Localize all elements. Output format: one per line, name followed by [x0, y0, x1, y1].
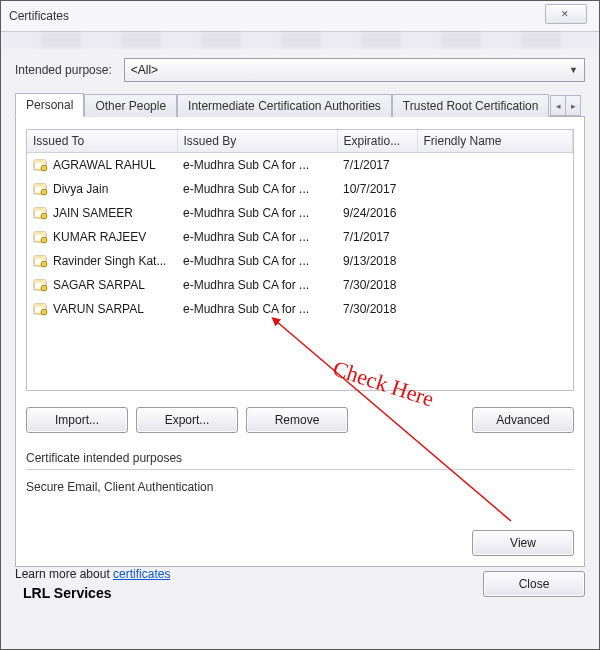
table-row[interactable]: Divya Jaine-Mudhra Sub CA for ...10/7/20…	[27, 177, 573, 201]
svg-rect-4	[34, 184, 46, 187]
cell-issued-by: e-Mudhra Sub CA for ...	[177, 297, 337, 321]
import-button[interactable]: Import...	[26, 407, 128, 433]
cell-expiration: 7/30/2018	[337, 297, 417, 321]
svg-rect-10	[34, 232, 46, 235]
svg-rect-1	[34, 160, 46, 163]
col-expiration[interactable]: Expiratio...	[337, 130, 417, 153]
cell-friendly	[417, 225, 573, 249]
background-blur	[1, 32, 599, 48]
cell-issued-to: Divya Jain	[53, 182, 108, 196]
svg-point-8	[41, 213, 47, 219]
cell-issued-to: VARUN SARPAL	[53, 302, 144, 316]
title-bar: Certificates ✕	[1, 1, 599, 32]
certificate-icon	[33, 230, 49, 244]
certificate-list[interactable]: Issued To Issued By Expiratio... Friendl…	[26, 129, 574, 391]
tab-scroll-right[interactable]: ▸	[565, 95, 581, 116]
cell-expiration: 10/7/2017	[337, 177, 417, 201]
intended-purposes-text: Secure Email, Client Authentication	[26, 480, 574, 494]
svg-point-17	[41, 285, 47, 291]
certificate-icon	[33, 158, 49, 172]
title-close-button[interactable]: ✕	[545, 4, 587, 24]
cell-expiration: 9/13/2018	[337, 249, 417, 273]
advanced-button[interactable]: Advanced	[472, 407, 574, 433]
cell-friendly	[417, 177, 573, 201]
col-friendly[interactable]: Friendly Name	[417, 130, 573, 153]
tab-other-people[interactable]: Other People	[84, 94, 177, 117]
svg-point-20	[41, 309, 47, 315]
intended-purpose-value: <All>	[131, 63, 158, 77]
cell-issued-by: e-Mudhra Sub CA for ...	[177, 201, 337, 225]
col-issued-to[interactable]: Issued To	[27, 130, 177, 153]
tab-intermediate-ca[interactable]: Intermediate Certification Authorities	[177, 94, 392, 117]
cell-issued-to: KUMAR RAJEEV	[53, 230, 146, 244]
table-row[interactable]: KUMAR RAJEEVe-Mudhra Sub CA for ...7/1/2…	[27, 225, 573, 249]
cell-friendly	[417, 201, 573, 225]
cell-issued-by: e-Mudhra Sub CA for ...	[177, 153, 337, 178]
divider	[26, 469, 574, 470]
cell-friendly	[417, 297, 573, 321]
learn-more-text: Learn more about	[15, 567, 113, 581]
svg-point-11	[41, 237, 47, 243]
svg-point-5	[41, 189, 47, 195]
svg-rect-19	[34, 304, 46, 307]
cell-issued-to: JAIN SAMEER	[53, 206, 133, 220]
cell-issued-by: e-Mudhra Sub CA for ...	[177, 249, 337, 273]
tab-scroll: ◂ ▸	[551, 95, 581, 116]
certificate-icon	[33, 302, 49, 316]
remove-button[interactable]: Remove	[246, 407, 348, 433]
table-row[interactable]: VARUN SARPALe-Mudhra Sub CA for ...7/30/…	[27, 297, 573, 321]
cell-expiration: 7/1/2017	[337, 225, 417, 249]
cell-expiration: 7/1/2017	[337, 153, 417, 178]
cell-expiration: 9/24/2016	[337, 201, 417, 225]
certificate-icon	[33, 182, 49, 196]
view-button[interactable]: View	[472, 530, 574, 556]
col-issued-by[interactable]: Issued By	[177, 130, 337, 153]
table-row[interactable]: JAIN SAMEERe-Mudhra Sub CA for ...9/24/2…	[27, 201, 573, 225]
tab-personal[interactable]: Personal	[15, 93, 84, 117]
tab-trusted-root[interactable]: Trusted Root Certification	[392, 94, 550, 117]
cell-issued-by: e-Mudhra Sub CA for ...	[177, 225, 337, 249]
certificate-icon	[33, 278, 49, 292]
svg-rect-7	[34, 208, 46, 211]
tab-scroll-left[interactable]: ◂	[550, 95, 566, 116]
table-row[interactable]: SAGAR SARPALe-Mudhra Sub CA for ...7/30/…	[27, 273, 573, 297]
cell-issued-to: AGRAWAL RAHUL	[53, 158, 156, 172]
learn-more-link[interactable]: certificates	[113, 567, 170, 581]
cell-issued-by: e-Mudhra Sub CA for ...	[177, 273, 337, 297]
tab-page: Issued To Issued By Expiratio... Friendl…	[15, 117, 585, 567]
svg-rect-13	[34, 256, 46, 259]
certificate-icon	[33, 206, 49, 220]
close-button[interactable]: Close	[483, 571, 585, 597]
svg-point-2	[41, 165, 47, 171]
svg-rect-16	[34, 280, 46, 283]
cell-issued-to: Ravinder Singh Kat...	[53, 254, 166, 268]
intended-purpose-label: Intended purpose:	[15, 63, 112, 77]
table-row[interactable]: AGRAWAL RAHULe-Mudhra Sub CA for ...7/1/…	[27, 153, 573, 178]
intended-purposes-heading: Certificate intended purposes	[26, 451, 574, 465]
cell-friendly	[417, 249, 573, 273]
chevron-down-icon: ▼	[569, 65, 578, 75]
table-row[interactable]: Ravinder Singh Kat...e-Mudhra Sub CA for…	[27, 249, 573, 273]
cell-friendly	[417, 153, 573, 178]
export-button[interactable]: Export...	[136, 407, 238, 433]
svg-point-14	[41, 261, 47, 267]
window-title: Certificates	[9, 9, 69, 23]
tab-strip: Personal Other People Intermediate Certi…	[15, 92, 585, 117]
certificate-icon	[33, 254, 49, 268]
cell-expiration: 7/30/2018	[337, 273, 417, 297]
cell-friendly	[417, 273, 573, 297]
cell-issued-to: SAGAR SARPAL	[53, 278, 145, 292]
intended-purpose-select[interactable]: <All> ▼	[124, 58, 585, 82]
brand-text: LRL Services	[23, 585, 170, 601]
cell-issued-by: e-Mudhra Sub CA for ...	[177, 177, 337, 201]
certificates-window: Certificates ✕ Intended purpose: <All> ▼…	[0, 0, 600, 650]
